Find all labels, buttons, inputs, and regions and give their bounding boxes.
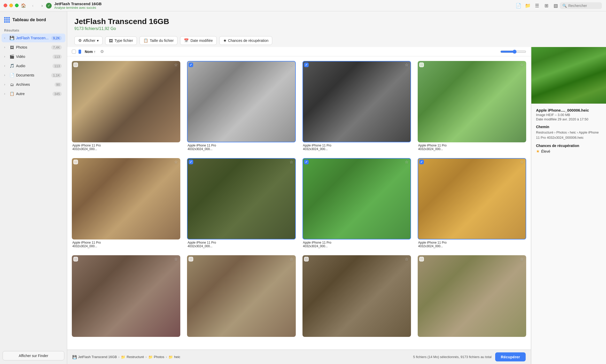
date-modifiee-button[interactable]: 📅 Date modifiée [180,36,216,45]
chances-button[interactable]: ★ Chances de récupération [219,36,272,45]
breadcrumb-photos-label: Photos [154,355,164,359]
folder-icon-button[interactable]: 📁 [524,2,532,10]
type-fichier-label: Type fichier [114,38,133,43]
photo-star-11[interactable]: ☆ [405,257,409,261]
photo-item-8[interactable]: ☆ Apple iPhone 11 Pro 4032x3024_000... [417,157,527,250]
select-all-checkbox[interactable] [72,50,76,54]
chevron-icon: › [4,92,8,96]
photo-star-1[interactable]: ☆ [174,63,179,67]
photo-star-2[interactable]: ☆ [290,63,294,67]
maximize-button[interactable] [15,4,19,7]
filter-bar: ⚙ Afficher ▾ 🖼 Type fichier 📋 Taille du … [67,34,606,47]
photo-item-12[interactable]: ☆ [417,254,527,338]
photo-checkbox-5[interactable] [73,160,78,164]
forward-button[interactable]: › [38,2,46,10]
breadcrumb-sep-2: › [146,355,147,359]
back-button[interactable]: ‹ [29,2,37,10]
sidebar-item-count: 7,4K [51,45,62,50]
photo-item-5[interactable]: ☆ Apple iPhone 11 Pro 4032x3024_000... [71,157,181,250]
list-view-button[interactable]: ☰ [533,2,541,10]
photo-checkbox-10[interactable] [189,257,193,261]
bottom-bar: 💾 JetFlash Transcend 16GB › 📁 Restructur… [67,350,531,364]
sidebar-item-label: Archives [16,82,53,87]
filter-adjust-icon[interactable]: ⚙ [100,49,104,54]
document-icon-button[interactable]: 📄 [514,2,523,10]
photo-star-12[interactable]: ☆ [520,257,525,261]
photo-checkbox-9[interactable] [73,257,78,261]
photo-item-7[interactable]: ☆ Apple iPhone 11 Pro 4032x3024_000... [301,157,412,250]
chevron-icon: › [4,55,8,58]
photo-name2-3: 4032x3024_000... [303,147,410,151]
detail-date-value: 29 avr. 2020 à 17:50 [558,117,588,121]
video-icon: 🎬 [9,54,14,59]
type-fichier-button[interactable]: 🖼 Type fichier [105,36,137,45]
photo-checkbox-3[interactable] [304,63,309,67]
sidebar-item-count: 90 [55,82,62,87]
taille-fichier-button[interactable]: 📋 Taille du fichier [139,36,178,45]
photo-thumbnail-11 [302,255,411,337]
sidebar-item-count: 345 [52,92,62,96]
sidebar-item-video[interactable]: › 🎬 Vidéo 113 [2,52,65,61]
sidebar-toggle-button[interactable]: ▧ [551,2,560,10]
zoom-slider[interactable] [500,50,526,54]
afficher-finder-button[interactable]: Afficher sur Finder [3,351,64,360]
archives-icon: 🗂 [9,82,14,87]
photo-checkbox-2[interactable] [189,63,193,67]
breadcrumb-sep-3: › [166,355,167,359]
detail-recovery-value: Élevé [541,149,550,153]
sort-name-button[interactable]: Nom ↑ [85,50,96,54]
sidebar-item-label: Photos [16,45,50,49]
dropdown-icon: ▾ [97,38,99,43]
photo-star-5[interactable]: ☆ [174,160,179,164]
photo-star-7[interactable]: ☆ [405,160,409,164]
sidebar-section-label: Résultats [0,26,67,33]
afficher-label: Afficher [83,38,95,43]
photo-item-6[interactable]: ☆ Apple iPhone 11 Pro 4032x3024_000... [186,157,297,250]
photo-checkbox-8[interactable] [419,160,424,164]
sidebar-item-jetflash[interactable]: › 💾 JetFlash Transcen... 9,2K [2,34,65,42]
sidebar-item-documents[interactable]: › 📄 Documents 1,1K [2,71,65,80]
sidebar-item-audio[interactable]: › 🎵 Audio 113 [2,61,65,70]
photo-checkbox-12[interactable] [419,257,424,261]
photo-star-10[interactable]: ☆ [290,257,294,261]
minimize-button[interactable] [9,4,13,7]
toolbar-title-block: JetFlash Transcend 16GB Analyse terminée… [54,2,102,10]
afficher-filter-button[interactable]: ⚙ Afficher ▾ [74,36,103,45]
chances-label: Chances de récupération [228,38,268,43]
sort-asc-icon: ↑ [94,50,96,54]
photos-icon: 🖼 [9,45,14,50]
photo-star-3[interactable]: ☆ [405,63,409,67]
photo-checkbox-6[interactable] [189,160,193,164]
detail-recovery-row: ★ Élevé [536,149,601,154]
photo-checkbox-4[interactable] [419,63,424,67]
home-button[interactable]: 🏠 [20,2,27,10]
photo-item-11[interactable]: ☆ [301,254,412,338]
photo-info-2: Apple iPhone 11 Pro 4032x3024_000... [187,142,296,151]
photo-info-8: Apple iPhone 11 Pro 4032x3024_000... [418,239,526,249]
sidebar-item-count: 1,1K [51,73,62,78]
close-button[interactable] [4,4,7,7]
photo-star-9[interactable]: ☆ [174,257,179,261]
detail-recovery-star-icon: ★ [536,149,540,154]
grid-view-button[interactable]: ⊞ [542,2,550,10]
photo-item-1[interactable]: ☆ Apple iPhone 11 Pro 4032x3024_000... [71,60,181,152]
detail-chances-label: Chances de récupération [536,144,601,148]
photo-checkbox-7[interactable] [304,160,309,164]
photo-item-9[interactable]: ☆ [71,254,181,338]
photo-name-4: Apple iPhone 11 Pro [418,144,526,147]
photo-item-2[interactable]: ☆ Apple iPhone 11 Pro 4032x3024_000... [186,60,297,152]
sidebar-item-label: JetFlash Transcen... [16,36,50,40]
photo-item-10[interactable]: ☆ [186,254,297,338]
search-input[interactable] [568,4,599,8]
photo-item-3[interactable]: ☆ Apple iPhone 11 Pro 4032x3024_000... [301,60,412,152]
photo-star-4[interactable]: ☆ [520,63,525,67]
sidebar-item-autre[interactable]: › 📋 Autre 345 [2,89,65,98]
photo-checkbox-1[interactable] [73,63,78,67]
photo-item-4[interactable]: ☆ Apple iPhone 11 Pro 4032x3024_000... [417,60,527,152]
recover-button[interactable]: Récupérer [495,352,526,361]
sidebar-item-archives[interactable]: › 🗂 Archives 90 [2,80,65,89]
sidebar-item-photos[interactable]: › 🖼 Photos 7,4K [2,43,65,52]
photo-star-8[interactable]: ☆ [520,160,525,164]
photo-star-6[interactable]: ☆ [290,160,294,164]
photo-checkbox-11[interactable] [304,257,309,261]
